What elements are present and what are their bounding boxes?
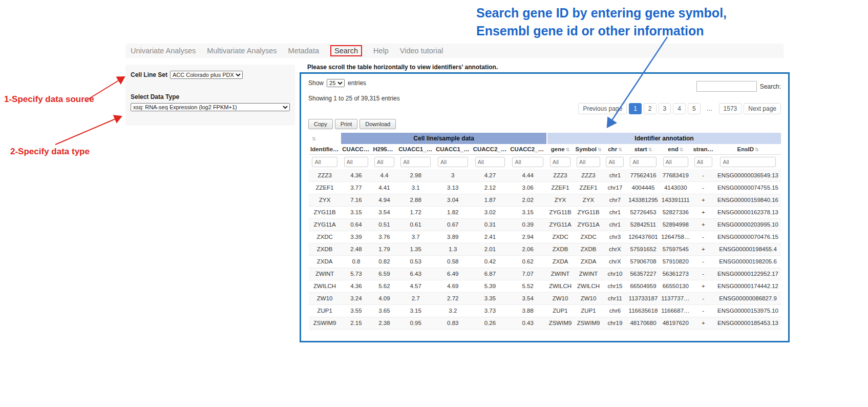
filter-input-ensid[interactable]: [720, 157, 775, 167]
cell: 5.39: [472, 280, 509, 292]
filter-input-strand[interactable]: [694, 157, 712, 167]
copy-button[interactable]: Copy: [308, 119, 333, 129]
identifier-cell: ZYG11B: [309, 206, 341, 218]
page-button-3[interactable]: 3: [659, 103, 671, 114]
page-button-5[interactable]: 5: [688, 103, 701, 114]
cell: ZWILCH: [547, 280, 574, 292]
page-length-select[interactable]: 25: [327, 79, 345, 87]
cell: 2.01: [472, 243, 509, 255]
cell: 4004445: [627, 181, 660, 194]
group-header-empty[interactable]: ⇅: [309, 133, 341, 144]
cell: 2.38: [371, 317, 397, 329]
table-row[interactable]: ZUP13.553.653.153.23.733.88ZUP1ZUP1chr61…: [309, 304, 781, 317]
download-button[interactable]: Download: [359, 119, 396, 129]
cell: 3.02: [472, 206, 509, 218]
identifier-cell: ZXDC: [309, 231, 341, 243]
filter-input-cuacc1_f2[interactable]: [438, 157, 468, 167]
table-row[interactable]: ZYG11A0.640.510.610.670.310.39ZYG11AZYG1…: [309, 218, 781, 231]
column-header-strand[interactable]: strand⇅: [691, 144, 715, 155]
column-header-ensid[interactable]: EnsID⇅: [715, 144, 781, 155]
filter-input-chr[interactable]: [606, 157, 624, 167]
table-row[interactable]: ZWILCH4.365.624.574.695.395.52ZWILCHZWIL…: [309, 280, 781, 292]
filter-input-cuacc2_f2[interactable]: [512, 157, 543, 167]
cell: 6.43: [397, 268, 434, 280]
nav-item-help[interactable]: Help: [373, 47, 389, 55]
page-button-1573[interactable]: 1573: [719, 103, 742, 114]
cell: 3.7: [397, 231, 434, 243]
column-header-identifier[interactable]: Identifier⇅: [309, 144, 341, 155]
cell: 2.88: [397, 194, 434, 206]
column-header-cuacc1_f2[interactable]: CUACC1_F2⇅: [434, 144, 472, 155]
search-input[interactable]: [696, 81, 757, 92]
cell: 5.62: [371, 280, 397, 292]
table-row[interactable]: ZSWIM92.152.380.950.830.260.43ZSWIM9ZSWI…: [309, 317, 781, 329]
table-row[interactable]: ZW103.244.092.72.723.353.54ZW10ZW10chr11…: [309, 292, 781, 304]
filter-input-gene[interactable]: [550, 157, 570, 167]
cell: 126437601: [627, 231, 660, 243]
cell: chrX: [603, 243, 627, 255]
identifier-cell: ZSWIM9: [309, 317, 341, 329]
column-header-start[interactable]: start⇅: [627, 144, 660, 155]
table-row[interactable]: ZXDC3.393.763.73.892.412.94ZXDCZXDCchr31…: [309, 231, 781, 243]
filter-input-end[interactable]: [663, 157, 689, 167]
nav-item-video-tutorial[interactable]: Video tutorial: [400, 47, 443, 55]
cell: 4.36: [341, 280, 371, 292]
column-header-gene[interactable]: gene⇅: [547, 144, 574, 155]
cell: chr15: [603, 280, 627, 292]
column-header-chr[interactable]: chr⇅: [603, 144, 627, 155]
table-row[interactable]: ZYX7.164.942.883.041.872.02ZYXZYXchr7143…: [309, 194, 781, 206]
filter-input-start[interactable]: [630, 157, 656, 167]
identifier-cell: ZXDA: [309, 255, 341, 268]
filter-input-symbol[interactable]: [577, 157, 600, 167]
filter-input-cuacc2_f1[interactable]: [475, 157, 505, 167]
page-button-2[interactable]: 2: [644, 103, 657, 114]
nav-item-search[interactable]: Search: [330, 45, 362, 56]
cell: 4143030: [660, 181, 691, 194]
table-row[interactable]: ZZZ34.364.42.9834.274.44ZZZ3ZZZ3chr17756…: [309, 169, 781, 181]
page-button-4[interactable]: 4: [673, 103, 686, 114]
filter-input-identifier[interactable]: [312, 157, 337, 167]
previous-page-button[interactable]: Previous page: [578, 103, 627, 114]
sort-icon: ⇅: [755, 147, 759, 152]
table-row[interactable]: ZYG11B3.153.541.721.823.023.15ZYG11BZYG1…: [309, 206, 781, 218]
table-row[interactable]: ZXDB2.481.791.351.32.012.06ZXDBZXDBchrX5…: [309, 243, 781, 255]
cell: 2.7: [397, 292, 434, 304]
cell: 48197620: [660, 317, 691, 329]
cell: ZXDA: [574, 255, 603, 268]
cell: ENSG00000162378.13: [715, 206, 781, 218]
cell-line-set-label: Cell Line Set: [131, 71, 167, 78]
next-page-button[interactable]: Next page: [744, 103, 781, 114]
column-header-cuacc1_f1[interactable]: CUACC1_F1⇅: [397, 144, 434, 155]
column-header-cuacc2_f2[interactable]: CUACC2_F2⇅: [509, 144, 547, 155]
filter-input-cuacc2[interactable]: [344, 157, 369, 167]
cell: 2.15: [341, 317, 371, 329]
sort-icon: ⇅: [598, 147, 602, 152]
cell: ZWINT: [547, 268, 574, 280]
page-button-1[interactable]: 1: [629, 103, 642, 114]
column-header-h295r[interactable]: H295R⇅: [371, 144, 397, 155]
cell: 3.13: [434, 181, 472, 194]
data-type-select[interactable]: xsq: RNA-seq Expression (log2 FPKM+1): [131, 103, 290, 111]
column-header-end[interactable]: end⇅: [660, 144, 691, 155]
column-header-cuacc2_f1[interactable]: CUACC2_F1⇅: [472, 144, 509, 155]
table-row[interactable]: ZXDA0.80.820.530.580.420.62ZXDAZXDAchrX5…: [309, 255, 781, 268]
cell: 0.8: [341, 255, 371, 268]
cell: 6.49: [434, 268, 472, 280]
cell-line-set-select[interactable]: ACC Colorado plus PDX: [170, 71, 243, 79]
cell: 57591652: [627, 243, 660, 255]
cell: 113773735: [660, 292, 691, 304]
nav-item-univariate-analyses[interactable]: Univariate Analyses: [131, 47, 196, 55]
column-header-symbol[interactable]: Symbol⇅: [574, 144, 603, 155]
column-header-cuacc2[interactable]: CUACC2⇅: [341, 144, 371, 155]
column-label: H295R: [373, 146, 393, 152]
filter-input-cuacc1_f1[interactable]: [400, 157, 431, 167]
nav-item-metadata[interactable]: Metadata: [288, 47, 319, 55]
table-row[interactable]: ZZEF13.774.413.13.132.123.06ZZEF1ZZEF1ch…: [309, 181, 781, 194]
table-row[interactable]: ZWINT5.736.596.436.496.877.07ZWINTZWINTc…: [309, 268, 781, 280]
cell: 4.27: [472, 169, 509, 181]
print-button[interactable]: Print: [335, 119, 358, 129]
filter-input-h295r[interactable]: [374, 157, 394, 167]
search-control: Search:: [696, 81, 781, 92]
nav-item-multivariate-analyses[interactable]: Multivariate Analyses: [207, 47, 277, 55]
identifier-cell: ZW10: [309, 292, 341, 304]
